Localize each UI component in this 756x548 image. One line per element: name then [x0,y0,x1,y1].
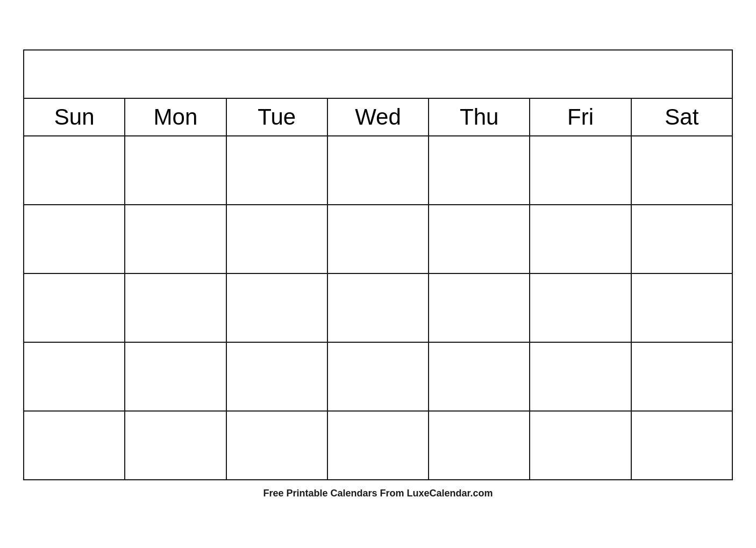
day-cell-r1-mon [125,136,226,205]
day-header-fri: Fri [530,98,631,136]
day-cell-r1-fri [530,136,631,205]
day-cell-r5-sun [24,411,125,480]
day-header-sat: Sat [631,98,732,136]
day-cell-r5-sat [631,411,732,480]
calendar-row-3 [24,273,732,342]
day-cell-r5-fri [530,411,631,480]
day-cell-r3-fri [530,273,631,342]
day-cell-r2-thu [429,205,530,273]
calendar-title-row [24,50,732,98]
day-cell-r2-tue [226,205,327,273]
calendar-title-cell [24,50,732,98]
day-cell-r5-mon [125,411,226,480]
day-cell-r3-wed [327,273,429,342]
day-cell-r4-tue [226,342,327,411]
calendar-row-2 [24,205,732,273]
day-cell-r4-sat [631,342,732,411]
day-cell-r1-tue [226,136,327,205]
day-cell-r4-wed [327,342,429,411]
day-cell-r1-sun [24,136,125,205]
day-cell-r3-mon [125,273,226,342]
day-header-wed: Wed [327,98,429,136]
calendar-row-4 [24,342,732,411]
day-cell-r2-sun [24,205,125,273]
footer-text: Free Printable Calendars From LuxeCalend… [263,488,493,499]
day-header-tue: Tue [226,98,327,136]
day-header-mon: Mon [125,98,226,136]
calendar-table: Sun Mon Tue Wed Thu Fri Sat [23,49,733,480]
day-cell-r4-sun [24,342,125,411]
day-cell-r3-thu [429,273,530,342]
day-cell-r4-thu [429,342,530,411]
day-cell-r2-mon [125,205,226,273]
day-cell-r4-mon [125,342,226,411]
day-cell-r1-thu [429,136,530,205]
day-cell-r5-thu [429,411,530,480]
day-cell-r5-wed [327,411,429,480]
day-cell-r5-tue [226,411,327,480]
day-cell-r3-sun [24,273,125,342]
day-cell-r2-sat [631,205,732,273]
day-header-thu: Thu [429,98,530,136]
day-cell-r1-wed [327,136,429,205]
calendar-row-5 [24,411,732,480]
calendar-wrapper: Sun Mon Tue Wed Thu Fri Sat [23,49,733,499]
day-cell-r3-sat [631,273,732,342]
day-cell-r4-fri [530,342,631,411]
calendar-row-1 [24,136,732,205]
day-cell-r1-sat [631,136,732,205]
day-header-sun: Sun [24,98,125,136]
day-cell-r2-fri [530,205,631,273]
day-cell-r3-tue [226,273,327,342]
day-cell-r2-wed [327,205,429,273]
day-header-row: Sun Mon Tue Wed Thu Fri Sat [24,98,732,136]
